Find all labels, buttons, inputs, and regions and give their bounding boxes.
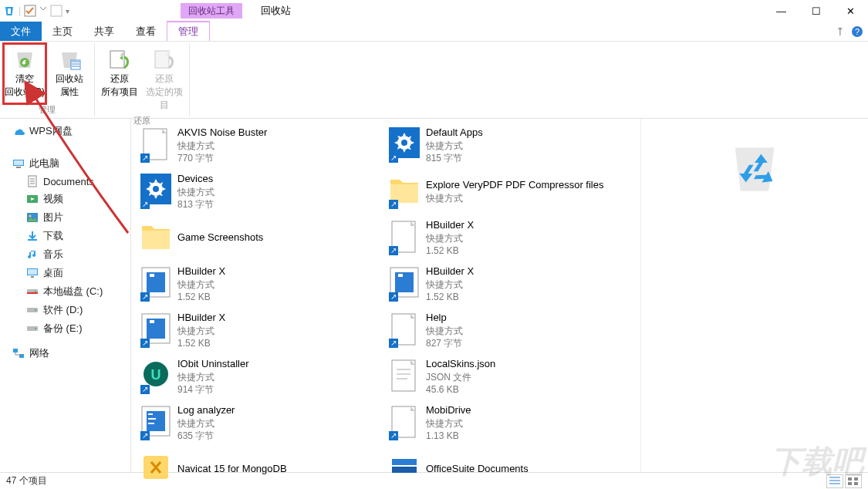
file-size: 914 字节 [177,383,248,396]
nav-pictures[interactable]: 图片 [0,208,130,227]
file-item[interactable]: ↗HBuilder X快捷方式1.52 KB [386,261,634,307]
file-item[interactable]: U↗IObit Uninstaller快捷方式914 字节 [137,353,386,400]
qat-overflow-icon[interactable]: ▾ [66,7,69,15]
recycle-bin-properties-button[interactable]: 回收站 属性 [48,43,91,104]
file-item[interactable]: ↗MobiDrive快捷方式1.13 KB [386,400,634,446]
file-item[interactable]: ↗Log analyzer快捷方式635 字节 [137,400,386,446]
file-icon: ↗ [389,405,420,440]
ribbon: 清空 回收站(B) 回收站 属性 管理 还原 所有项目 [0,42,868,119]
blank-icon[interactable] [50,5,62,17]
svg-rect-18 [31,276,34,278]
help-icon[interactable]: ? [851,25,863,38]
svg-text:↗: ↗ [142,200,148,208]
file-icon [389,359,420,394]
file-item[interactable]: LocalSkins.jsonJSON 文件45.6 KB [386,353,634,400]
label-line2: 属性 [60,86,79,99]
nav-network[interactable]: 网络 [0,344,130,363]
file-name: AKVIS Noise Buster [177,126,267,140]
file-item[interactable]: ↗Help快捷方式827 字节 [386,307,634,353]
checkbox-checked-icon[interactable] [24,5,36,17]
svg-rect-81 [848,482,852,485]
net-icon [12,347,25,359]
empty-recycle-bin-button[interactable]: 清空 回收站(B) [3,43,46,104]
file-icon: ↗ [389,312,420,348]
svg-point-21 [35,291,36,292]
nav-drive-d[interactable]: 软件 (D:) [0,301,130,319]
svg-rect-77 [392,459,417,465]
nav-desktop[interactable]: 桌面 [0,264,130,282]
svg-text:?: ? [855,27,860,36]
file-name: Navicat 15 for MongoDB [177,462,287,476]
nav-label: WPS网盘 [29,124,73,138]
file-item[interactable]: ↗Default Apps快捷方式815 字节 [386,122,634,168]
view-details-button[interactable] [826,474,843,488]
file-type: 快捷方式 [426,140,483,152]
nav-wps[interactable]: WPS网盘 [0,122,130,140]
nav-thispc[interactable]: 此电脑 [0,154,130,173]
file-size: 1.52 KB [426,244,474,257]
svg-point-38 [153,186,159,192]
nav-drive-e[interactable]: 备份 (E:) [0,319,130,338]
label-line1: 清空 [15,73,34,86]
doc-icon [26,175,39,187]
svg-rect-47 [147,272,165,292]
file-item[interactable]: ↗HBuilder X快捷方式1.52 KB [137,261,386,307]
file-item[interactable]: Navicat 15 for MongoDB [137,446,386,489]
nav-documents[interactable]: Documents [0,173,130,190]
svg-text:↗: ↗ [390,200,397,208]
restore-selected-button: 还原 选定的项目 [143,43,186,115]
file-icon: ↗ [389,174,420,209]
file-type: 快捷方式 [426,278,474,291]
file-type: 快捷方式 [426,417,471,430]
nav-label: 桌面 [43,266,63,280]
file-item[interactable]: ↗HBuilder X快捷方式1.52 KB [386,214,634,261]
nav-label: 此电脑 [29,157,59,170]
tab-file[interactable]: 文件 [0,22,42,41]
file-item[interactable]: ↗HBuilder X快捷方式1.52 KB [137,307,386,353]
svg-rect-53 [398,274,403,277]
file-type: 快捷方式 [177,278,225,291]
file-icon: ↗ [140,174,171,209]
file-item[interactable]: ↗Explore VeryPDF PDF Compressor files快捷方… [386,168,634,214]
file-icon [140,220,171,255]
nav-videos[interactable]: 视频 [0,190,130,208]
svg-rect-9 [14,160,23,165]
file-name: OfficeSuite Documents [426,462,529,476]
restore-selected-icon [152,46,177,71]
drive7-icon [26,285,39,298]
restore-all-button[interactable]: 还原 所有项目 [98,43,141,115]
file-item[interactable]: ↗AKVIS Noise Buster快捷方式770 字节 [137,122,386,168]
drive-icon [26,322,39,335]
file-name: IObit Uninstaller [177,357,248,371]
view-large-button[interactable] [845,474,862,488]
file-icon: ↗ [140,127,171,163]
nav-music[interactable]: 音乐 [0,245,130,264]
tab-share[interactable]: 共享 [83,22,125,41]
tab-view[interactable]: 查看 [125,22,167,41]
ribbon-collapse-icon[interactable]: ⤒ [836,25,845,38]
maximize-button[interactable]: ☐ [799,0,833,22]
file-item[interactable]: OfficeSuite Documents [386,446,634,489]
file-name: Game Screenshots [177,231,263,244]
svg-text:↗: ↗ [390,292,397,301]
tab-manage[interactable]: 管理 [167,21,210,41]
svg-point-33 [401,140,407,146]
nav-drive-c[interactable]: 本地磁盘 (C:) [0,282,130,301]
dropdown-icon[interactable] [39,5,47,17]
file-size: 815 字节 [426,152,483,164]
close-button[interactable]: ✕ [833,0,868,22]
video-icon [26,193,39,205]
file-icon: ↗ [140,312,171,348]
file-type: 快捷方式 [426,192,603,204]
ribbon-tabs: 文件 主页 共享 查看 管理 ⤒ ? [0,22,868,42]
file-item[interactable]: ↗Devices快捷方式813 字节 [137,168,386,214]
file-item[interactable]: Game Screenshots [137,214,386,261]
svg-rect-10 [16,167,21,168]
file-name: Default Apps [426,126,483,140]
minimize-button[interactable]: — [764,0,799,22]
files-grid[interactable]: ↗AKVIS Noise Buster快捷方式770 字节↗Default Ap… [131,119,640,472]
nav-downloads[interactable]: 下载 [0,227,130,245]
tab-home[interactable]: 主页 [42,22,83,41]
navigation-pane[interactable]: WPS网盘此电脑Documents视频图片下载音乐桌面本地磁盘 (C:)软件 (… [0,119,131,472]
svg-text:↗: ↗ [390,246,397,255]
